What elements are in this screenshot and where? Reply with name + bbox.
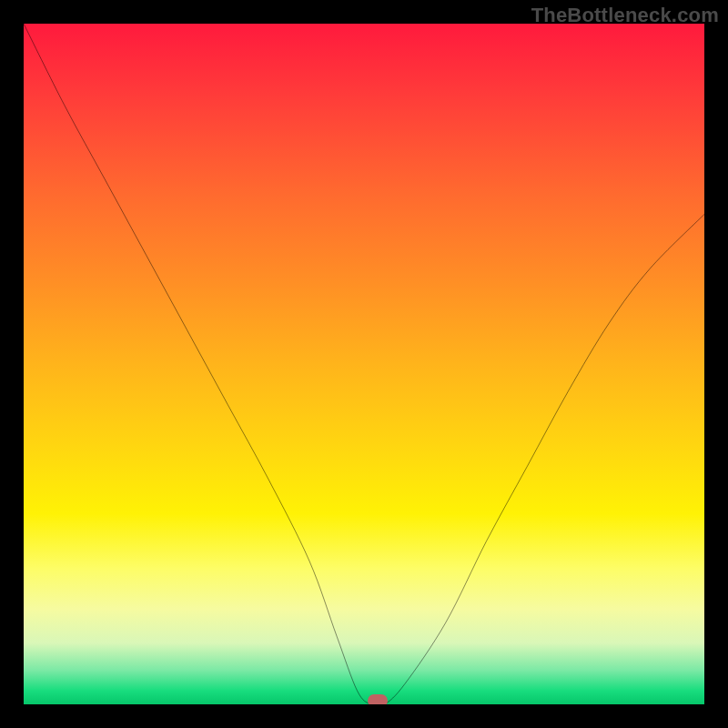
chart-curve <box>24 24 704 704</box>
plot-area <box>24 24 704 704</box>
chart-frame: TheBottleneck.com <box>0 0 728 728</box>
min-marker <box>368 694 388 704</box>
watermark-text: TheBottleneck.com <box>531 4 719 27</box>
